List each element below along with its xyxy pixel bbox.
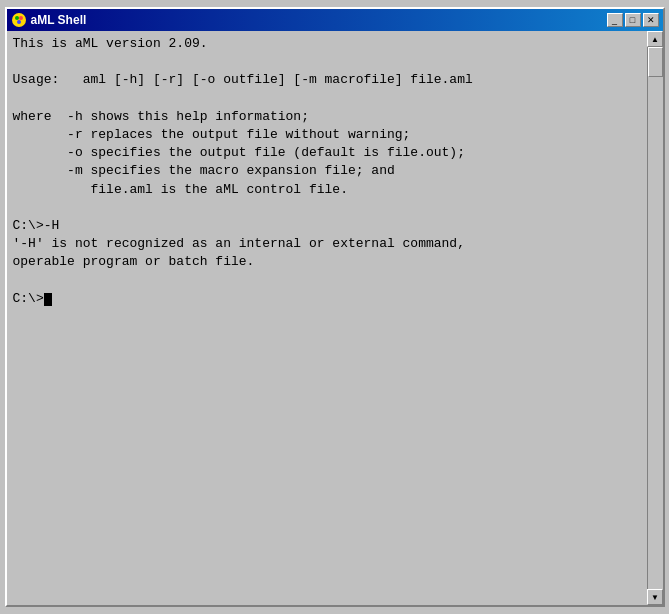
terminal-output[interactable]: This is aML version 2.09. Usage: aml [-h… <box>7 31 647 605</box>
terminal-line-12: '-H' is not recognized as an internal or… <box>13 236 465 251</box>
window-title: aML Shell <box>31 13 87 27</box>
terminal-line-13: operable program or batch file. <box>13 254 255 269</box>
terminal-line-9: file.aml is the aML control file. <box>13 182 348 197</box>
terminal-line-3: Usage: aml [-h] [-r] [-o outfile] [-m ma… <box>13 72 473 87</box>
content-area: This is aML version 2.09. Usage: aml [-h… <box>7 31 663 605</box>
scrollbar-thumb[interactable] <box>648 47 663 77</box>
cursor <box>44 293 52 306</box>
svg-point-2 <box>19 16 23 20</box>
svg-point-3 <box>17 20 21 24</box>
scrollbar: ▲ ▼ <box>647 31 663 605</box>
scroll-down-button[interactable]: ▼ <box>647 589 663 605</box>
shell-icon <box>11 12 27 28</box>
terminal-line-8: -m specifies the macro expansion file; a… <box>13 163 395 178</box>
title-bar-left: aML Shell <box>11 12 87 28</box>
terminal-line-1: This is aML version 2.09. <box>13 36 208 51</box>
maximize-button[interactable]: □ <box>625 13 641 27</box>
scrollbar-track <box>648 47 663 589</box>
title-buttons: _ □ ✕ <box>607 13 659 27</box>
terminal-line-5: where -h shows this help information; <box>13 109 309 124</box>
minimize-button[interactable]: _ <box>607 13 623 27</box>
window: aML Shell _ □ ✕ This is aML version 2.09… <box>5 7 665 607</box>
terminal-line-11: C:\>-H <box>13 218 60 233</box>
title-bar: aML Shell _ □ ✕ <box>7 9 663 31</box>
close-button[interactable]: ✕ <box>643 13 659 27</box>
terminal-line-6: -r replaces the output file without warn… <box>13 127 411 142</box>
svg-point-1 <box>15 16 19 20</box>
terminal-prompt: C:\> <box>13 291 44 306</box>
terminal-line-7: -o specifies the output file (default is… <box>13 145 465 160</box>
scroll-up-button[interactable]: ▲ <box>647 31 663 47</box>
